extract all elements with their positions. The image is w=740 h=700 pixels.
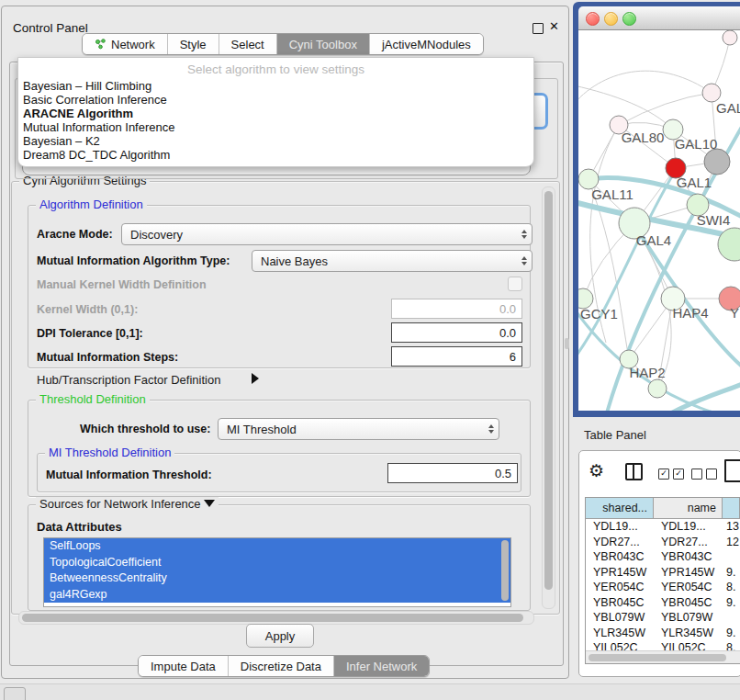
- deselect-all-checkboxes-icon[interactable]: [691, 469, 717, 480]
- node-label-gcy1: GCY1: [580, 306, 618, 322]
- control-panel-window: Control Panel ✕ NetworkStyleSelectCyni T…: [1, 6, 569, 679]
- network-edge-thick: [666, 381, 740, 411]
- table-header-row: shared...name: [586, 498, 740, 519]
- mi-threshold-value: 0.5: [495, 467, 511, 480]
- algorithm-option-mutual-information-inference[interactable]: Mutual Information Inference: [18, 120, 533, 134]
- tab-jactivemnodules[interactable]: jActiveMNodules: [369, 34, 483, 54]
- mi-threshold-field[interactable]: 0.5: [387, 463, 518, 483]
- attribute-item-betweennesscentrality[interactable]: BetweennessCentrality: [44, 570, 510, 587]
- dpi-tolerance-value: 0.0: [499, 326, 516, 340]
- column-header-shared[interactable]: shared...: [586, 498, 654, 518]
- collapse-arrow-icon[interactable]: [204, 500, 215, 507]
- application-root: Control Panel ✕ NetworkStyleSelectCyni T…: [0, 0, 740, 700]
- table-cell: YLR345W: [586, 626, 654, 641]
- expand-arrow-icon[interactable]: [252, 373, 259, 384]
- network-edge: [578, 71, 712, 104]
- select-all-checkboxes-icon[interactable]: ✓✓: [658, 469, 684, 480]
- table-horizontal-scrollbar[interactable]: [586, 650, 740, 664]
- mi-algorithm-type-combo[interactable]: Naive Bayes: [252, 250, 533, 272]
- table-row[interactable]: YBR043CYBR043C: [586, 549, 740, 565]
- attribute-item-topologicalcoefficient[interactable]: TopologicalCoefficient: [44, 555, 510, 571]
- bottom-tab-impute-data[interactable]: Impute Data: [139, 656, 228, 676]
- stepper-arrows-icon: [521, 230, 527, 239]
- algorithm-option-dream8-dc-tdc-algorithm[interactable]: Dream8 DC_TDC Algorithm: [18, 148, 533, 162]
- table-row[interactable]: YER054CYER054C8.: [586, 580, 740, 595]
- kernel-width-label: Kernel Width (0,1):: [37, 303, 138, 316]
- close-traffic-light-icon[interactable]: [586, 12, 600, 26]
- apply-button[interactable]: Apply: [246, 624, 314, 648]
- minimize-traffic-light-icon[interactable]: [604, 12, 618, 26]
- algorithm-option-basic-correlation-inference[interactable]: Basic Correlation Inference: [18, 93, 533, 107]
- node-label-gal80: GAL80: [622, 130, 665, 145]
- node-bottom-partial[interactable]: [648, 379, 667, 398]
- manual-kernel-width-checkbox[interactable]: [508, 277, 522, 291]
- table-cell: YPR145W: [586, 565, 654, 581]
- bottom-tab-bar: Impute DataDiscretize DataInfer Network: [138, 655, 430, 677]
- bottom-tab-discretize-data[interactable]: Discretize Data: [228, 656, 333, 676]
- algorithm-option-bayesian-k2[interactable]: Bayesian – K2: [18, 134, 533, 148]
- table-body: YDL19...YDL19...13YDR27...YDR27...12YBR0…: [586, 519, 740, 656]
- tab-network[interactable]: Network: [83, 34, 167, 54]
- which-threshold-combo[interactable]: MI Threshold: [218, 418, 499, 440]
- table-cell: YLR345W: [654, 626, 723, 641]
- attribute-item-gal4rgexp[interactable]: gal4RGexp: [44, 587, 510, 604]
- aracne-mode-combo[interactable]: Discovery: [121, 223, 533, 245]
- tab-select[interactable]: Select: [219, 34, 276, 54]
- attribute-list-scrollbar-thumb[interactable]: [501, 540, 509, 601]
- table-horizontal-scrollbar-thumb[interactable]: [589, 654, 726, 661]
- file-icon[interactable]: [724, 459, 740, 482]
- table-row[interactable]: YPR145WYPR145W9.: [586, 565, 740, 581]
- close-icon[interactable]: ✕: [549, 19, 559, 33]
- kernel-width-field[interactable]: 0.0: [391, 299, 522, 319]
- mi-steps-field[interactable]: 6: [391, 346, 522, 367]
- table-cell: YBR045C: [654, 595, 723, 611]
- float-window-icon[interactable]: [533, 23, 544, 34]
- network-canvas[interactable]: GALGAL80GAL10GAL1GAL11SWI4GAL4GCY1HAP4YH…: [578, 30, 740, 411]
- table-cell: YBR043C: [654, 549, 723, 565]
- settings-horizontal-scrollbar-thumb[interactable]: [22, 614, 523, 622]
- settings-vertical-scrollbar[interactable]: [542, 186, 555, 609]
- algorithm-option-bayesian-hill-climbing[interactable]: Bayesian – Hill Climbing: [18, 79, 533, 93]
- table-row[interactable]: YDR27...YDR27...12: [586, 535, 740, 550]
- column-header-partial[interactable]: [723, 498, 740, 518]
- node-label-y: Y: [730, 305, 739, 321]
- table-row[interactable]: YBR045CYBR045C9.: [586, 595, 740, 611]
- column-header-name[interactable]: name: [654, 498, 723, 518]
- node-label-gal1: GAL1: [677, 175, 712, 190]
- mi-threshold-definition-title: MI Threshold Definition: [45, 446, 174, 459]
- table-cell: YBL079W: [586, 610, 654, 626]
- settings-vertical-scrollbar-thumb[interactable]: [544, 191, 553, 590]
- aracne-mode-label: Aracne Mode:: [37, 228, 113, 241]
- table-cell: YBR043C: [586, 549, 654, 565]
- table-cell: 13: [723, 519, 740, 535]
- network-graph[interactable]: GALGAL80GAL10GAL1GAL11SWI4GAL4GCY1HAP4YH…: [578, 30, 740, 411]
- attribute-item-selfloops[interactable]: SelfLoops: [44, 538, 510, 555]
- table-row[interactable]: YBL079WYBL079W: [586, 610, 740, 626]
- node-gray[interactable]: [704, 149, 730, 175]
- settings-horizontal-scrollbar[interactable]: [18, 611, 534, 625]
- table-cell: 9.: [723, 565, 740, 581]
- panel-divider-handle[interactable]: [565, 338, 569, 349]
- column-layout-icon[interactable]: [625, 463, 643, 480]
- tab-cyni-toolbox[interactable]: Cyni Toolbox: [276, 34, 369, 54]
- network-window-titlebar[interactable]: [578, 6, 740, 30]
- apply-button-label: Apply: [265, 629, 296, 643]
- settings-gear-icon[interactable]: ⚙: [589, 460, 604, 481]
- table-cell: YBL079W: [654, 610, 723, 626]
- table-row[interactable]: YDL19...YDL19...13: [586, 519, 740, 535]
- node-label-hap4: HAP4: [672, 305, 708, 321]
- bottom-tab-infer-network[interactable]: Infer Network: [333, 656, 429, 676]
- stepper-arrows-icon: [521, 256, 527, 265]
- algorithm-option-aracne-algorithm[interactable]: ARACNE Algorithm: [18, 107, 533, 120]
- data-attributes-list[interactable]: SelfLoopsTopologicalCoefficientBetweenne…: [43, 537, 511, 607]
- kernel-width-value: 0.0: [499, 302, 516, 316]
- node-gal-cut[interactable]: [702, 84, 721, 102]
- zoom-traffic-light-icon[interactable]: [622, 12, 636, 26]
- minimized-panel-icon[interactable]: [4, 687, 26, 700]
- table-row[interactable]: YLR345WYLR345W9.: [586, 626, 740, 641]
- tab-style[interactable]: Style: [167, 34, 219, 54]
- hub-definition-section-label[interactable]: Hub/Transcription Factor Definition: [37, 373, 220, 387]
- network-view-window: GALGAL80GAL10GAL1GAL11SWI4GAL4GCY1HAP4YH…: [573, 2, 740, 417]
- node-top-partial[interactable]: [723, 30, 737, 45]
- dpi-tolerance-field[interactable]: 0.0: [391, 322, 522, 343]
